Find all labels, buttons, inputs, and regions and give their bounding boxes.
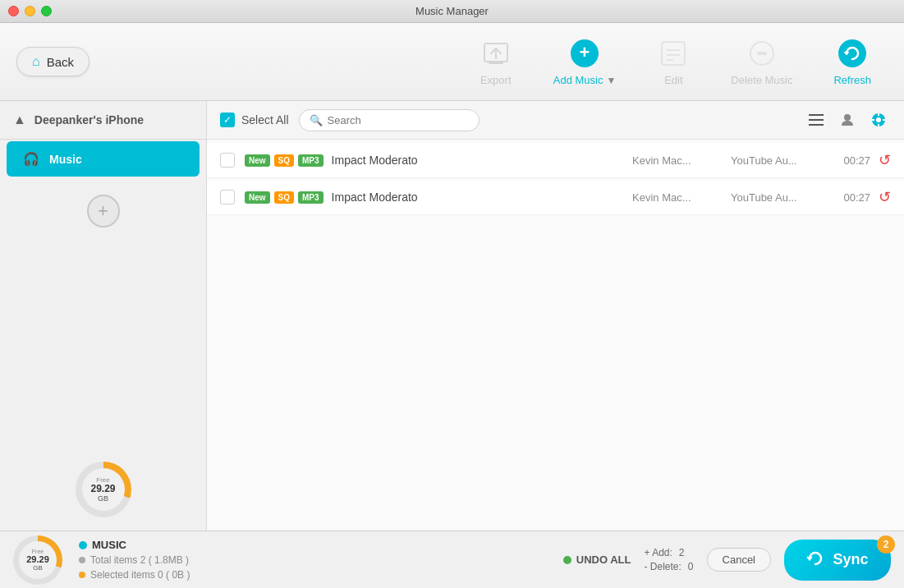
minimize-button[interactable] bbox=[25, 6, 35, 16]
badge-new-2: New bbox=[245, 191, 270, 204]
undo-all-label: UNDO ALL bbox=[576, 554, 631, 566]
back-button[interactable]: ⌂ Back bbox=[16, 47, 89, 76]
device-name: Deepanker's iPhone bbox=[34, 113, 144, 126]
storage-inner: Free 29.29 GB bbox=[82, 468, 125, 511]
track-badges-2: New SQ MP3 bbox=[245, 191, 324, 204]
table-row[interactable]: New SQ MP3 Impact Moderato Kevin Mac... … bbox=[207, 143, 904, 178]
track-badges-1: New SQ MP3 bbox=[245, 154, 324, 167]
search-box: 🔍 bbox=[299, 109, 480, 131]
settings-view-button[interactable] bbox=[866, 108, 891, 132]
badge-new-1: New bbox=[245, 154, 270, 167]
delete-music-label: Delete Music bbox=[731, 74, 792, 86]
badge-sq-2: SQ bbox=[274, 191, 294, 204]
bottom-selected-items: Selected items 0 ( 0B ) bbox=[79, 569, 190, 581]
add-count: 2 bbox=[679, 547, 685, 558]
track-source-2: YouTube Au... bbox=[731, 191, 829, 204]
back-icon: ⌂ bbox=[32, 54, 40, 69]
badge-mp3-1: MP3 bbox=[298, 154, 324, 167]
main-area: ▲ Deepanker's iPhone 🎧 Music + Free 29.2… bbox=[0, 101, 904, 531]
track-list: New SQ MP3 Impact Moderato Kevin Mac... … bbox=[207, 140, 904, 531]
maximize-button[interactable] bbox=[41, 6, 52, 16]
refresh-icon bbox=[836, 37, 869, 70]
sidebar-item-music[interactable]: 🎧 Music bbox=[7, 141, 200, 177]
svg-rect-5 bbox=[662, 42, 685, 65]
svg-rect-10 bbox=[757, 52, 767, 55]
view-controls bbox=[804, 108, 891, 132]
search-input[interactable] bbox=[328, 114, 469, 126]
window-title: Music Manager bbox=[415, 5, 489, 17]
sync-icon bbox=[806, 549, 824, 571]
selected-items-text: Selected items 0 ( 0B ) bbox=[90, 569, 190, 581]
list-view-button[interactable] bbox=[804, 108, 828, 132]
bottom-storage-badge: Free 29.29 GB bbox=[13, 535, 62, 585]
track-undo-1[interactable]: ↺ bbox=[879, 151, 891, 169]
bottom-right: UNDO ALL + Add: 2 - Delete: 0 Cancel bbox=[563, 540, 891, 581]
bottom-info: MUSIC Total items 2 ( 1.8MB ) Selected i… bbox=[79, 539, 190, 581]
track-checkbox-2[interactable] bbox=[220, 190, 235, 204]
user-view-button[interactable] bbox=[835, 108, 860, 132]
add-music-label: Add Music bbox=[553, 74, 603, 86]
undo-all-button[interactable]: UNDO ALL bbox=[563, 554, 631, 566]
svg-text:+: + bbox=[580, 42, 590, 62]
track-artist-2: Kevin Mac... bbox=[632, 191, 731, 204]
music-label: Music bbox=[49, 153, 82, 166]
close-button[interactable] bbox=[8, 6, 19, 16]
delete-label: - Delete: bbox=[644, 561, 681, 572]
music-category-label: MUSIC bbox=[92, 539, 126, 551]
device-header: ▲ Deepanker's iPhone bbox=[0, 101, 206, 140]
delete-count: 0 bbox=[688, 561, 694, 572]
refresh-button[interactable]: Refresh bbox=[817, 30, 888, 93]
title-bar: Music Manager bbox=[0, 0, 904, 23]
traffic-lights bbox=[8, 6, 52, 16]
track-duration-2: 00:27 bbox=[829, 191, 870, 204]
svg-point-17 bbox=[876, 117, 881, 122]
dropdown-arrow-icon: ▼ bbox=[606, 75, 616, 86]
add-category-button[interactable]: + bbox=[87, 195, 120, 227]
undo-dot bbox=[563, 556, 571, 564]
export-icon bbox=[480, 37, 512, 70]
music-icon: 🎧 bbox=[23, 151, 39, 167]
device-icon: ▲ bbox=[13, 113, 26, 127]
track-artist-1: Kevin Mac... bbox=[632, 154, 731, 167]
track-name-1: Impact Moderato bbox=[332, 154, 632, 167]
checkbox-icon: ✓ bbox=[220, 113, 235, 127]
sync-badge: 2 bbox=[877, 535, 895, 554]
export-button[interactable]: Export bbox=[463, 30, 529, 93]
bottom-storage-size: 29.29 bbox=[26, 554, 49, 564]
sidebar-storage: Free 29.29 GB bbox=[0, 448, 206, 531]
add-delete-info: + Add: 2 - Delete: 0 bbox=[644, 547, 693, 572]
search-icon: 🔍 bbox=[310, 114, 323, 126]
select-all-checkbox[interactable]: ✓ Select All bbox=[220, 113, 289, 127]
track-checkbox-1[interactable] bbox=[220, 153, 235, 168]
edit-button[interactable]: Edit bbox=[640, 30, 706, 93]
add-label: + Add: bbox=[644, 547, 672, 558]
badge-sq-1: SQ bbox=[274, 154, 294, 167]
add-music-button[interactable]: + Add Music ▼ bbox=[537, 30, 633, 93]
sync-button[interactable]: Sync 2 bbox=[784, 540, 891, 581]
track-name-2: Impact Moderato bbox=[332, 191, 632, 204]
delete-icon bbox=[746, 37, 778, 70]
track-undo-2[interactable]: ↺ bbox=[879, 188, 891, 206]
app-container: ⌂ Back Export + bbox=[0, 23, 904, 588]
toolbar: ⌂ Back Export + bbox=[0, 23, 904, 101]
bottom-bar: Free 29.29 GB MUSIC Total items 2 ( 1.8M… bbox=[0, 531, 904, 588]
sync-label: Sync bbox=[833, 551, 868, 568]
storage-size: 29.29 bbox=[90, 484, 115, 494]
total-dot bbox=[79, 557, 85, 563]
svg-point-15 bbox=[844, 114, 851, 121]
sidebar: ▲ Deepanker's iPhone 🎧 Music + Free 29.2… bbox=[0, 101, 207, 531]
bottom-music-label: MUSIC bbox=[79, 539, 190, 551]
svg-point-11 bbox=[838, 39, 866, 67]
badge-mp3-2: MP3 bbox=[298, 191, 324, 204]
back-label: Back bbox=[47, 55, 74, 69]
storage-unit: GB bbox=[98, 494, 108, 503]
cancel-button[interactable]: Cancel bbox=[707, 548, 771, 572]
music-dot bbox=[79, 541, 87, 549]
delete-music-button[interactable]: Delete Music bbox=[714, 30, 809, 93]
refresh-label: Refresh bbox=[833, 74, 871, 86]
table-row[interactable]: New SQ MP3 Impact Moderato Kevin Mac... … bbox=[207, 180, 904, 215]
total-items-text: Total items 2 ( 1.8MB ) bbox=[90, 554, 189, 566]
select-all-label: Select All bbox=[241, 113, 289, 126]
add-music-icon: + bbox=[568, 37, 601, 70]
bottom-storage-unit: GB bbox=[33, 564, 43, 572]
